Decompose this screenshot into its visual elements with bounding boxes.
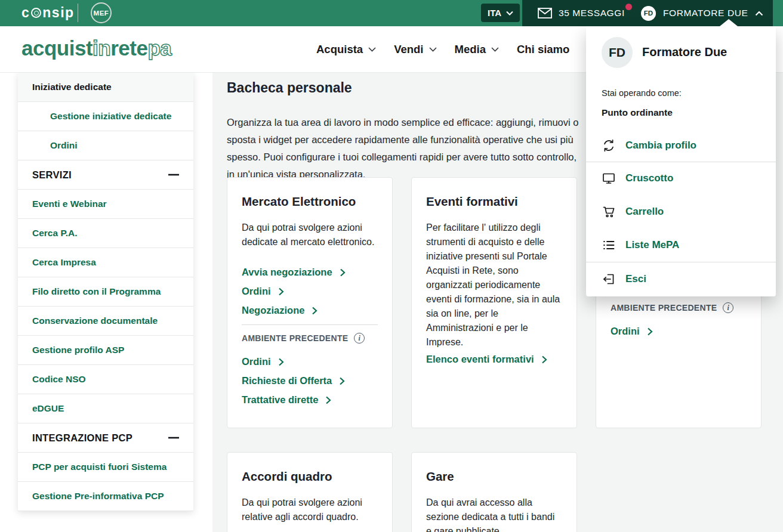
logo-divider: [78, 4, 78, 22]
link-ordini[interactable]: Ordini: [242, 286, 378, 296]
sidebar-item-label: Eventi e Webinar: [32, 199, 107, 209]
info-icon[interactable]: i: [354, 333, 365, 344]
link-trattative-dirette[interactable]: Trattative dirette: [242, 395, 378, 405]
menu-item-label: Cruscotto: [625, 172, 673, 184]
sidebar-item-edgue[interactable]: eDGUE: [18, 394, 193, 423]
menu-item-carrello[interactable]: Carrello: [586, 195, 776, 228]
logo-part-solid: rete: [110, 36, 147, 60]
sidebar-item-conservazione-documentale[interactable]: Conservazione documentale: [18, 307, 193, 336]
nav-label: Media: [455, 43, 486, 56]
nav-item-chi-siamo[interactable]: Chi siamo: [517, 43, 569, 56]
intro-text: Organizza la tua area di lavoro in modo …: [227, 114, 586, 183]
nav-item-vendi[interactable]: Vendi: [394, 43, 436, 56]
sidebar-item-label: Gestione iniziative dedicate: [50, 111, 171, 122]
user-full-name: Formatore Due: [642, 45, 727, 59]
user-dropdown-panel: FD Formatore Due Stai operando come: Pun…: [586, 26, 776, 296]
sidebar-item-gestione-iniziative-dedicate[interactable]: Gestione iniziative dedicate: [18, 102, 193, 131]
link-ordini-precedente[interactable]: Ordini: [242, 357, 378, 367]
sync-icon: [602, 138, 616, 153]
collapse-minus-icon: [168, 437, 179, 439]
collapse-minus-icon: [168, 174, 179, 176]
consip-logo-text-rest: nsip: [42, 5, 74, 21]
card-description: Da qui avrai accesso alla sezione dedica…: [426, 496, 562, 532]
card-title: Mercato Elettronico: [242, 194, 378, 209]
sidebar-item-codice-nso[interactable]: Codice NSO: [18, 365, 193, 394]
menu-item-cambia-profilo[interactable]: Cambia profilo: [586, 129, 776, 162]
operating-as-label: Stai operando come:: [602, 88, 682, 98]
link-label: Ordini: [611, 326, 640, 336]
chevron-down-icon: [506, 11, 513, 16]
sidebar-item-eventi-e-webinar[interactable]: Eventi e Webinar: [18, 190, 193, 219]
link-ordini-precedente[interactable]: Ordini: [611, 326, 747, 336]
consip-logo[interactable]: cnsip: [21, 5, 75, 21]
sidebar-section-servizi[interactable]: SERVIZI: [18, 160, 193, 190]
card-description: Per facilitare l' utilizzo degli strumen…: [426, 221, 562, 349]
chevron-right-icon: [312, 307, 317, 315]
link-label: Avvia negoziazione: [242, 267, 332, 277]
messages-button[interactable]: 35 MESSAGGI: [538, 0, 625, 26]
link-elenco-eventi-formativi[interactable]: Elenco eventi formativi: [426, 354, 562, 364]
sidebar-item-cerca-pa[interactable]: Cerca P.A.: [18, 219, 193, 248]
link-richieste-di-offerta[interactable]: Richieste di Offerta: [242, 376, 378, 386]
logo-part-outline: in: [93, 36, 110, 60]
sidebar-item-label: Ordini: [50, 140, 78, 151]
previous-environment-text: AMBIENTE PRECEDENTE: [242, 333, 348, 343]
sidebar: Iniziative dedicate Gestione iniziative …: [18, 73, 193, 511]
chevron-right-icon: [278, 358, 284, 366]
link-label: Richieste di Offerta: [242, 376, 332, 386]
mef-logo[interactable]: MEF: [91, 2, 112, 23]
link-avvia-negoziazione[interactable]: Avvia negoziazione: [242, 267, 378, 277]
sidebar-item-label: Conservazione documentale: [32, 316, 158, 326]
nav-label: Chi siamo: [517, 43, 569, 56]
user-name-label: FORMATORE DUE: [663, 8, 748, 18]
link-negoziazione[interactable]: Negoziazione: [242, 305, 378, 316]
card-mercato-elettronico: Mercato Elettronico Da qui potrai svolge…: [227, 177, 393, 428]
language-selector[interactable]: ITA: [481, 4, 520, 22]
sidebar-item-label: Filo diretto con il Programma: [32, 286, 161, 297]
chevron-down-icon: [491, 47, 499, 52]
acquistinretepa-logo[interactable]: acquistinretepa: [21, 36, 171, 60]
avatar: FD: [602, 37, 633, 68]
avatar-initials: FD: [644, 10, 653, 17]
cart-icon: [602, 205, 616, 219]
nav-item-acquista[interactable]: Acquista: [316, 43, 376, 56]
sidebar-item-cerca-impresa[interactable]: Cerca Impresa: [18, 248, 193, 277]
sidebar-item-gestione-pre-informativa-pcp[interactable]: Gestione Pre-informativa PCP: [18, 482, 193, 511]
operating-as-value: Punto ordinante: [602, 107, 673, 118]
card-description: Da qui potrai svolgere azioni dedicate a…: [242, 221, 378, 249]
menu-item-esci[interactable]: Esci: [586, 262, 776, 296]
sidebar-section-integrazione-pcp[interactable]: INTEGRAZIONE PCP: [18, 423, 193, 453]
mef-logo-text: MEF: [94, 10, 109, 17]
chevron-down-icon: [368, 47, 376, 52]
envelope-icon: [538, 8, 552, 18]
card-divider: [242, 324, 378, 325]
sidebar-item-filo-diretto[interactable]: Filo diretto con il Programma: [18, 277, 193, 307]
page-title: Bacheca personale: [227, 80, 352, 96]
nav-item-media[interactable]: Media: [455, 43, 499, 56]
card-title: Gare: [426, 469, 562, 484]
monitor-icon: [602, 171, 616, 185]
menu-item-liste-mepa[interactable]: Liste MePA: [586, 228, 776, 262]
sidebar-section-label: SERVIZI: [32, 169, 72, 181]
logout-icon: [602, 272, 616, 286]
avatar-initials: FD: [609, 45, 625, 60]
card-description: Da qui potrai svolgere azioni relative a…: [242, 496, 378, 524]
sidebar-section-label: INTEGRAZIONE PCP: [32, 432, 132, 444]
sidebar-item-gestione-profilo-asp[interactable]: Gestione profilo ASP: [18, 336, 193, 365]
user-menu-toggle[interactable]: FD FORMATORE DUE: [641, 0, 763, 26]
sidebar-item-label: Codice NSO: [32, 374, 86, 385]
logo-part-outline: pa: [147, 36, 171, 60]
sidebar-item-ordini[interactable]: Ordini: [18, 131, 193, 160]
chevron-right-icon: [325, 396, 331, 404]
avatar: FD: [641, 6, 656, 21]
menu-item-cruscotto[interactable]: Cruscotto: [586, 162, 776, 195]
sidebar-item-pcp-acquisti-fuori-sistema[interactable]: PCP per acquisti fuori Sistema: [18, 453, 193, 482]
info-icon[interactable]: i: [723, 302, 733, 313]
sidebar-item-iniziative-dedicate[interactable]: Iniziative dedicate: [18, 73, 193, 102]
top-bar: cnsip MEF ITA 35 MESSAGGI FD FORMATORE D…: [0, 0, 783, 26]
card-title: Eventi formativi: [426, 194, 562, 209]
sidebar-item-label: Cerca P.A.: [32, 228, 78, 239]
card-gare: Gare Da qui avrai accesso alla sezione d…: [411, 452, 577, 532]
messages-label: 35 MESSAGGI: [559, 8, 625, 18]
sidebar-item-label: Gestione Pre-informativa PCP: [32, 491, 164, 502]
